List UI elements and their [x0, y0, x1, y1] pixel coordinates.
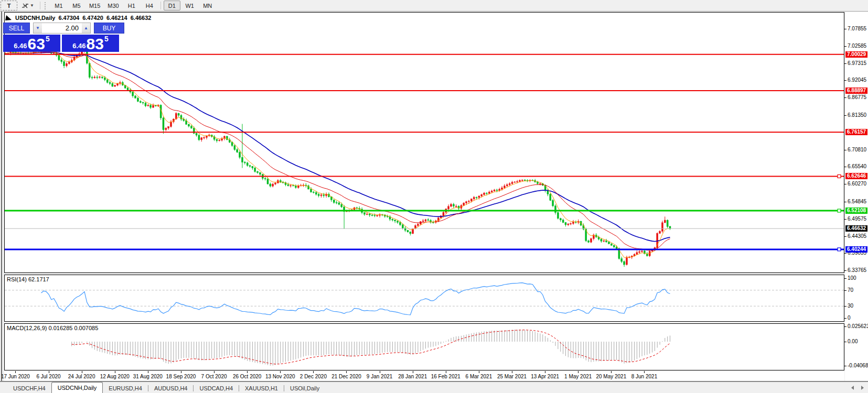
- chart-tab-audusd[interactable]: AUDUSD,H4: [148, 383, 194, 393]
- candle: [606, 241, 607, 242]
- price-tick: [844, 202, 846, 202]
- macd-panel[interactable]: [4, 323, 844, 370]
- candle: [244, 162, 245, 163]
- timeframe-button-m5[interactable]: M5: [68, 1, 85, 10]
- price-tick: [844, 236, 846, 237]
- sell-button[interactable]: SELL: [3, 23, 30, 34]
- candle: [427, 220, 429, 221]
- chart-tab-usdcnh[interactable]: USDCNH,Daily: [51, 382, 103, 393]
- toolbar-grip: [45, 2, 48, 9]
- chart-tab-usdchf[interactable]: USDCHF,H4: [7, 383, 51, 393]
- candle: [567, 224, 569, 225]
- candle: [636, 253, 638, 255]
- candle: [145, 103, 146, 106]
- timeframe-button-m15[interactable]: M15: [86, 1, 103, 10]
- macd-tick: [844, 326, 846, 327]
- macd-signal-line: [72, 330, 670, 364]
- level-price-tag: 6.62646: [845, 173, 867, 179]
- price-tick: [844, 97, 846, 98]
- arrange-windows-button[interactable]: ▼: [18, 1, 37, 10]
- buy-price-small: 6.46: [72, 42, 85, 50]
- candle: [101, 77, 103, 78]
- candle: [641, 251, 643, 252]
- date-label: 6 Mar 2021: [466, 374, 492, 379]
- macd-tick-label: 0.025623: [848, 323, 868, 329]
- buy-price-sup: 5: [104, 35, 109, 43]
- price-tick: [844, 63, 846, 64]
- rsi-tick-label: 0: [848, 315, 851, 321]
- volume-input[interactable]: 2.00: [42, 23, 82, 34]
- rsi-panel[interactable]: [4, 275, 844, 322]
- date-axis[interactable]: 17 Jun 20206 Jul 202024 Jul 202012 Aug 2…: [4, 371, 844, 381]
- candle: [338, 203, 340, 204]
- date-tick: [479, 371, 479, 373]
- candle: [552, 200, 554, 206]
- rsi-tick-label: 70: [848, 287, 853, 293]
- candle: [188, 124, 190, 126]
- candle: [521, 180, 523, 181]
- buy-button[interactable]: BUY: [94, 23, 124, 34]
- chart-marker-icon: [5, 15, 12, 21]
- timeframe-button-m30[interactable]: M30: [104, 1, 122, 10]
- sell-price-display[interactable]: 6.46 63 5: [3, 35, 60, 52]
- price-tick-label: 6.33765: [848, 267, 866, 273]
- candle: [249, 166, 251, 167]
- candle: [109, 82, 111, 83]
- chart-tab-eurusd[interactable]: EURUSD,H4: [103, 383, 148, 393]
- candle: [455, 206, 457, 207]
- candle: [601, 239, 602, 241]
- line-handle: [838, 174, 841, 178]
- buy-price-display[interactable]: 6.46 83 5: [62, 35, 119, 52]
- candle: [206, 136, 207, 137]
- candle: [514, 182, 516, 182]
- date-label: 13 Apr 2021: [531, 374, 559, 379]
- candle: [562, 220, 564, 223]
- timeframe-button-d1[interactable]: D1: [164, 1, 180, 10]
- chart-tab-xauusd[interactable]: XAUUSD,H1: [239, 383, 284, 393]
- candle: [394, 220, 396, 221]
- candle: [168, 127, 169, 128]
- candle: [517, 181, 518, 182]
- timeframe-button-m1[interactable]: M1: [50, 1, 67, 10]
- candle: [451, 204, 452, 206]
- tab-scroll-left-icon[interactable]: [851, 386, 854, 390]
- chart-tab-usoil[interactable]: USOil,Daily: [284, 383, 325, 393]
- macd-tick-label: -0.040687: [848, 363, 868, 368]
- chevron-down-icon: ▼: [30, 3, 34, 8]
- timeframe-button-h1[interactable]: H1: [123, 1, 140, 10]
- volume-decrease-button[interactable]: ▼: [33, 23, 42, 34]
- candle: [155, 105, 156, 106]
- date-tick: [578, 371, 578, 373]
- candle: [661, 223, 663, 231]
- main-chart-panel[interactable]: [4, 12, 844, 273]
- macd-tick: [844, 342, 846, 342]
- timeframe-button-mn[interactable]: MN: [199, 1, 216, 10]
- ohlc-close: 6.46632: [131, 15, 152, 21]
- date-tick: [82, 371, 82, 373]
- candle: [491, 191, 492, 192]
- candle: [201, 138, 202, 140]
- price-tick: [844, 46, 846, 47]
- candle: [363, 213, 365, 214]
- candle: [106, 80, 108, 82]
- level-price-tag: 7.00029: [845, 51, 867, 58]
- date-label: 7 Oct 2020: [201, 374, 227, 379]
- timeframe-button-h4[interactable]: H4: [141, 1, 158, 10]
- chart-tabbar: USDCHF,H4USDCNH,DailyEURUSD,H4AUDUSD,H4U…: [0, 382, 868, 393]
- volume-increase-button[interactable]: ▲: [82, 23, 91, 34]
- tab-scroll-right-icon[interactable]: [861, 386, 864, 390]
- date-label: 21 Dec 2020: [331, 374, 361, 379]
- candle: [603, 241, 605, 242]
- candle: [247, 163, 248, 166]
- candle: [94, 77, 95, 78]
- date-tick: [313, 371, 314, 373]
- candle: [519, 180, 521, 181]
- candle: [237, 149, 238, 152]
- candle: [453, 204, 454, 206]
- sort-arrows-icon: [22, 3, 29, 9]
- macd-label: MACD(12,26,9) 0.016285 0.007085: [7, 325, 98, 331]
- chart-tab-usdcad[interactable]: USDCAD,H4: [194, 383, 239, 393]
- timeframe-button-w1[interactable]: W1: [181, 1, 198, 10]
- candle: [178, 113, 179, 115]
- text-tool-button[interactable]: T: [1, 1, 17, 10]
